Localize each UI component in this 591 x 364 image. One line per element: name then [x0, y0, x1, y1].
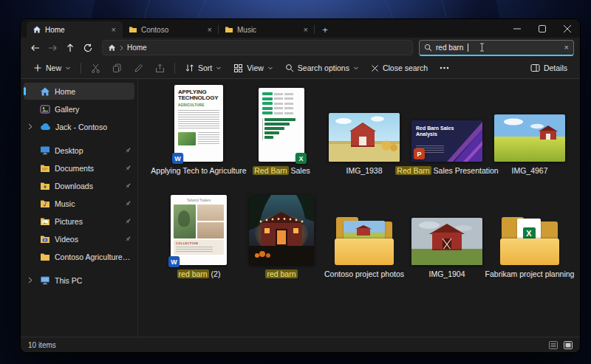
- details-button[interactable]: Details: [525, 60, 573, 76]
- new-button-label: New: [46, 63, 61, 72]
- thumb-subtitle: COLLECTION: [176, 241, 222, 245]
- folder-icon: [225, 25, 233, 34]
- folder-thumbnail: X: [498, 216, 561, 265]
- tab-close-icon[interactable]: ×: [205, 25, 214, 35]
- music-folder-icon: [40, 199, 50, 208]
- search-options-button[interactable]: Search options: [280, 60, 364, 76]
- view-button-label: View: [247, 63, 264, 72]
- tab-close-icon[interactable]: ×: [109, 25, 118, 35]
- sidebar-item-videos[interactable]: Videos: [24, 230, 134, 247]
- chevron-right-icon[interactable]: [28, 123, 35, 130]
- thumb-title-line2: TECHNOLOGY: [178, 95, 219, 101]
- sidebar-item-this-pc[interactable]: This PC: [24, 272, 134, 289]
- sidebar-item-gallery[interactable]: Gallery: [24, 100, 134, 117]
- file-explorer-window: Home × Contoso × Music × +: [21, 19, 580, 352]
- thumb-subtitle: AGRICULTURE: [178, 103, 219, 107]
- refresh-button[interactable]: [80, 41, 96, 55]
- file-tile[interactable]: X Fabrikam project planning: [488, 187, 571, 278]
- rename-button[interactable]: [129, 60, 148, 76]
- minimize-button[interactable]: [505, 19, 530, 38]
- file-tile[interactable]: APPLYING TECHNOLOGY AGRICULTURE W Applyi…: [157, 83, 240, 175]
- back-button[interactable]: [27, 41, 43, 55]
- chevron-right-icon[interactable]: [28, 277, 35, 284]
- up-button[interactable]: [62, 41, 78, 55]
- tab-music[interactable]: Music ×: [219, 21, 315, 38]
- sidebar-item-label: Contoso Agriculture Project: [55, 253, 131, 261]
- file-tile[interactable]: IMG_1904: [406, 187, 488, 278]
- file-name: Red Barn Sales: [253, 166, 310, 175]
- pin-icon: [125, 218, 131, 224]
- documents-folder-icon: [40, 164, 50, 173]
- pin-icon: [125, 200, 131, 207]
- file-grid: APPLYING TECHNOLOGY AGRICULTURE W Applyi…: [157, 83, 580, 278]
- file-name: Applying Tech to Agriculture: [151, 166, 246, 175]
- file-name: red barn: [265, 269, 297, 278]
- thumbnail-view-toggle-icon[interactable]: [564, 341, 573, 349]
- search-input[interactable]: red barn ×: [419, 40, 574, 56]
- tab-strip: Home × Contoso × Music × +: [21, 19, 505, 38]
- forward-button[interactable]: [44, 41, 61, 55]
- desktop-icon: [40, 145, 50, 155]
- tab-close-icon[interactable]: ×: [301, 25, 310, 35]
- sidebar-item-home[interactable]: Home: [24, 83, 134, 100]
- sidebar-item-pictures[interactable]: Pictures: [24, 213, 134, 230]
- excel-document-thumbnail: X: [259, 88, 304, 162]
- file-tile[interactable]: Contoso project photos: [323, 187, 406, 278]
- sidebar-item-contoso-agriculture-project[interactable]: Contoso Agriculture Project: [24, 248, 134, 265]
- home-icon: [40, 86, 50, 97]
- sort-button-label: Sort: [198, 63, 212, 72]
- powerpoint-thumbnail: Red Barn Sales Analysis P: [411, 120, 482, 162]
- downloads-folder-icon: [40, 182, 50, 190]
- folder-icon: [129, 25, 137, 34]
- powerpoint-badge-icon: P: [414, 148, 425, 159]
- view-button[interactable]: View: [228, 60, 279, 76]
- file-tile[interactable]: Red Barn Sales Analysis P Red Barn Sales…: [406, 83, 488, 175]
- new-button[interactable]: New: [28, 60, 76, 76]
- pin-icon: [125, 165, 131, 171]
- sidebar-item-label: This PC: [55, 276, 131, 285]
- sidebar-item-music[interactable]: Music: [24, 195, 134, 212]
- copy-button[interactable]: [107, 60, 127, 76]
- titlebar: Home × Contoso × Music × +: [21, 19, 580, 38]
- sidebar-item-label: Music: [55, 199, 120, 208]
- thumb-header: Tailwind Traders: [174, 199, 224, 202]
- tab-contoso[interactable]: Contoso ×: [123, 21, 219, 38]
- maximize-button[interactable]: [530, 19, 555, 38]
- file-tile[interactable]: X Red Barn Sales: [240, 83, 323, 175]
- sidebar-item-documents[interactable]: Documents: [24, 159, 134, 176]
- sidebar-item-desktop[interactable]: Desktop: [24, 142, 134, 159]
- search-results-area: APPLYING TECHNOLOGY AGRICULTURE W Applyi…: [138, 79, 580, 337]
- sidebar-item-label: Pictures: [55, 217, 120, 226]
- sidebar-item-onedrive[interactable]: Jack - Contoso: [24, 118, 134, 135]
- file-tile[interactable]: IMG_4967: [488, 83, 571, 175]
- breadcrumb[interactable]: Home: [127, 44, 147, 52]
- file-tile[interactable]: red barn: [240, 187, 323, 278]
- file-name: Fabrikam project planning: [485, 269, 575, 278]
- home-icon: [33, 25, 41, 34]
- file-tile[interactable]: IMG_1938: [323, 83, 406, 175]
- close-button[interactable]: [555, 19, 580, 38]
- file-name: Contoso project photos: [324, 269, 404, 278]
- address-bar[interactable]: Home: [102, 40, 413, 55]
- sidebar: Home Gallery Jack - Contoso: [21, 79, 138, 337]
- sidebar-item-label: Jack - Contoso: [55, 123, 131, 131]
- content-area: Home Gallery Jack - Contoso: [21, 79, 580, 337]
- text-caret: [468, 44, 468, 52]
- clear-search-icon[interactable]: ×: [564, 44, 569, 52]
- pin-icon: [125, 182, 131, 189]
- new-tab-button[interactable]: +: [318, 22, 332, 37]
- item-count: 10 items: [28, 341, 56, 349]
- file-tile[interactable]: Tailwind Traders COLLECTION W: [157, 187, 240, 278]
- details-view-toggle-icon[interactable]: [549, 341, 558, 349]
- cut-button[interactable]: [86, 60, 106, 76]
- sort-button[interactable]: Sort: [180, 60, 227, 76]
- word-badge-icon: W: [168, 256, 180, 267]
- tab-home[interactable]: Home ×: [27, 21, 123, 38]
- more-options-button[interactable]: [434, 60, 454, 76]
- sidebar-item-label: Documents: [55, 164, 120, 173]
- this-pc-icon: [40, 275, 50, 285]
- details-button-label: Details: [544, 63, 567, 72]
- sidebar-item-downloads[interactable]: Downloads: [24, 177, 134, 194]
- close-search-button[interactable]: Close search: [366, 60, 433, 76]
- share-button[interactable]: [150, 60, 170, 76]
